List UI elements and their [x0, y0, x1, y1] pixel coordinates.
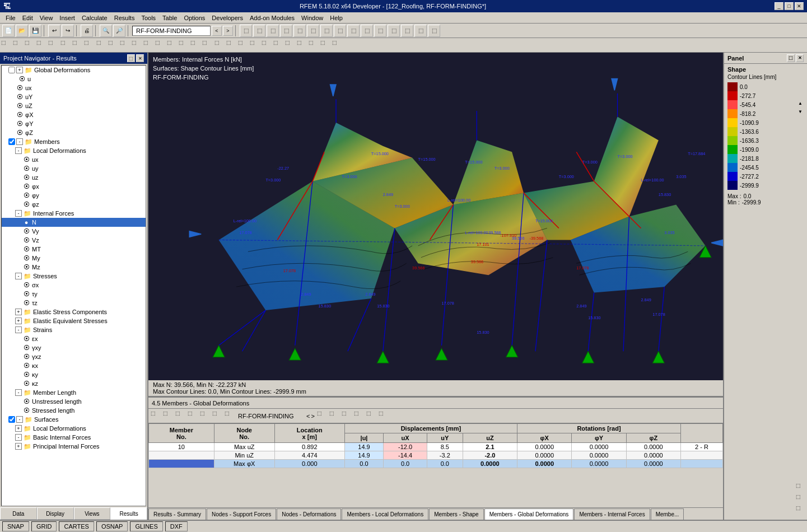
tb-btn-12[interactable]: ⬚ — [388, 25, 400, 37]
minimize-button[interactable]: _ — [775, 2, 783, 10]
menu-insert[interactable]: Insert — [56, 13, 78, 22]
expander-local-def-s[interactable]: + — [15, 425, 22, 432]
tab-results-summary[interactable]: Results - Summary — [148, 508, 206, 520]
tab-results[interactable]: Results — [110, 507, 147, 520]
tb2-btn-2[interactable]: ⬚ — [13, 40, 24, 51]
expander-principal-internal[interactable]: + — [15, 443, 22, 450]
tb2-btn-16[interactable]: ⬚ — [179, 40, 190, 51]
tree-item-internal-forces[interactable]: - 📁 Internal Forces — [2, 209, 146, 218]
tb2-btn-23[interactable]: ⬚ — [262, 40, 273, 51]
tree-item-stressed[interactable]: ⦿ Stressed length — [2, 406, 146, 415]
tb-btn-3[interactable]: ⬚ — [267, 25, 279, 37]
tb2-btn-22[interactable]: ⬚ — [250, 40, 261, 51]
tree-item-local-def-surfaces[interactable]: + 📁 Local Deformations — [2, 424, 146, 433]
status-cartes[interactable]: CARTES — [59, 521, 94, 531]
tb2-btn-20[interactable]: ⬚ — [226, 40, 237, 51]
menu-window[interactable]: Window — [298, 13, 326, 22]
tree-item-Vy[interactable]: ⦿ Vy — [2, 227, 146, 236]
menu-addon[interactable]: Add-on Modules — [246, 13, 298, 22]
tree-item-uy-global[interactable]: ⦿ uY — [2, 92, 146, 101]
viewport[interactable]: Members: Internal Forces N [kN] Surfaces… — [148, 53, 723, 380]
right-scroll-down[interactable]: ▼ — [798, 109, 806, 117]
tb2-btn-13[interactable]: ⬚ — [143, 40, 155, 51]
tree-item-sigmax[interactable]: ⦿ σx — [2, 281, 146, 290]
tree-item-uz-global[interactable]: ⦿ uZ — [2, 101, 146, 110]
expander-global-deformations[interactable]: + — [16, 67, 23, 73]
tb2-btn-5[interactable]: ⬚ — [48, 40, 59, 51]
tree-item-Vz[interactable]: ⦿ Vz — [2, 236, 146, 245]
tree-item-global-deformations[interactable]: + 📁 Global Deformations — [2, 66, 146, 74]
tb-btn-1[interactable]: ⬚ — [240, 25, 252, 37]
tree-container[interactable]: + 📁 Global Deformations ⦿ u ⦿ ux ⦿ uY — [1, 65, 146, 506]
tb-btn-15[interactable]: ⬚ — [428, 25, 440, 37]
tb2-btn-4[interactable]: ⬚ — [36, 40, 48, 51]
results-tb-btn5[interactable]: ⬚ — [200, 410, 211, 422]
tree-item-MT[interactable]: ⦿ MT — [2, 245, 146, 254]
print-button[interactable]: 🖨 — [81, 25, 93, 37]
tree-item-gammaxy[interactable]: ⦿ γxy — [2, 343, 146, 352]
tb2-btn-10[interactable]: ⬚ — [108, 40, 119, 51]
tree-item-principal-internal[interactable]: + 📁 Principal Internal Forces — [2, 442, 146, 451]
menu-calculate[interactable]: Calculate — [78, 13, 111, 22]
results-tb-btn8[interactable]: ⬚ — [317, 410, 328, 422]
tb2-btn-17[interactable]: ⬚ — [190, 40, 202, 51]
results-tb-btn3[interactable]: ⬚ — [175, 410, 186, 422]
tb-btn-5[interactable]: ⬚ — [293, 25, 306, 37]
menu-table[interactable]: Table — [159, 13, 180, 22]
expander-elastic-equiv[interactable]: + — [15, 318, 22, 324]
status-osnap[interactable]: OSNAP — [96, 521, 128, 531]
tree-item-stresses[interactable]: - 📁 Stresses — [2, 272, 146, 281]
tree-item-epsilonx[interactable]: ⦿ εx — [2, 334, 146, 343]
results-nav-next[interactable]: > — [311, 413, 314, 419]
results-table-container[interactable]: MemberNo. NodeNo. Locationx [m] Displace… — [148, 423, 723, 507]
menu-tools[interactable]: Tools — [138, 13, 159, 22]
tb2-btn-28[interactable]: ⬚ — [320, 40, 332, 51]
tree-item-surfaces[interactable]: - 📁 Surfaces — [2, 415, 146, 424]
menu-results[interactable]: Results — [111, 13, 138, 22]
tree-item-local-deformations[interactable]: - 📁 Local Deformations — [2, 146, 146, 155]
tree-item-kappay[interactable]: ⦿ κy — [2, 370, 146, 379]
results-tb-btn2[interactable]: ⬚ — [163, 410, 174, 422]
maximize-button[interactable]: □ — [785, 2, 794, 10]
tb-btn-10[interactable]: ⬚ — [361, 25, 373, 37]
tb2-btn-29[interactable]: ⬚ — [332, 40, 343, 51]
results-tb-btn11[interactable]: ⬚ — [354, 410, 365, 422]
checkbox-surfaces[interactable] — [8, 416, 15, 423]
results-tb-btn1[interactable]: ⬚ — [151, 410, 162, 422]
status-snap[interactable]: SNAP — [2, 521, 29, 531]
tb2-btn-21[interactable]: ⬚ — [238, 40, 249, 51]
new-button[interactable]: 📄 — [2, 25, 15, 37]
undo-button[interactable]: ↩ — [48, 25, 60, 37]
nav-next-button[interactable]: > — [223, 26, 233, 36]
checkbox-members[interactable] — [8, 138, 15, 145]
right-btn-a[interactable]: ⬚ — [796, 483, 806, 493]
tb-btn-8[interactable]: ⬚ — [334, 25, 346, 37]
checkbox-global-deformations[interactable] — [8, 67, 15, 73]
tab-members-local[interactable]: Members - Local Deformations — [342, 508, 428, 520]
results-tb-btn9[interactable]: ⬚ — [329, 410, 340, 422]
results-tb-btn7[interactable]: ⬚ — [225, 410, 236, 422]
panel-float-button[interactable]: ⬚ — [127, 54, 135, 62]
tree-item-member-length[interactable]: - 📁 Member Length — [2, 388, 146, 397]
expander-members[interactable]: - — [16, 138, 23, 145]
tree-item-ux-local[interactable]: ⦿ ux — [2, 155, 146, 164]
expander-member-length[interactable]: - — [15, 389, 22, 396]
nav-prev-button[interactable]: < — [212, 26, 222, 36]
menu-help[interactable]: Help — [326, 13, 346, 22]
status-dxf[interactable]: DXF — [165, 521, 188, 531]
tree-item-kappaz[interactable]: ⦿ κz — [2, 379, 146, 388]
results-tb-btn10[interactable]: ⬚ — [342, 410, 353, 422]
tb2-btn-25[interactable]: ⬚ — [285, 40, 296, 51]
results-tb-btn13[interactable]: ⬚ — [379, 410, 390, 422]
open-button[interactable]: 📂 — [16, 25, 28, 37]
tree-item-uy-local[interactable]: ⦿ uy — [2, 164, 146, 173]
tb2-btn-19[interactable]: ⬚ — [214, 40, 226, 51]
tree-item-phiX[interactable]: ⦿ φX — [2, 110, 146, 119]
tb2-btn-3[interactable]: ⬚ — [25, 40, 36, 51]
close-button[interactable]: ✕ — [795, 2, 804, 10]
tree-item-elastic-equivalent[interactable]: + 📁 Elastic Equivalent Stresses — [2, 316, 146, 325]
expander-internal-forces[interactable]: - — [15, 210, 22, 217]
tree-item-N[interactable]: ● N — [2, 218, 146, 227]
tb2-btn-24[interactable]: ⬚ — [273, 40, 284, 51]
tree-item-gammaxz[interactable]: ⦿ γxz — [2, 352, 146, 361]
